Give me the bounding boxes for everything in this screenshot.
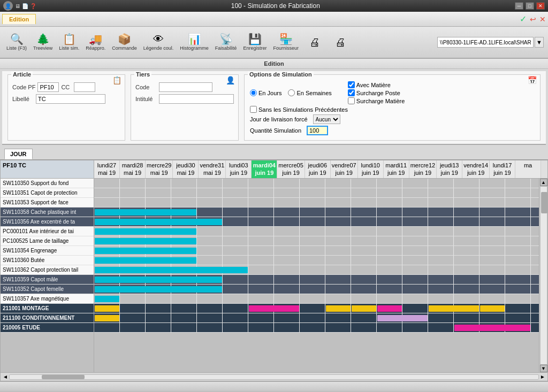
- gantt-cell: [274, 294, 300, 303]
- gantt-cell: [505, 188, 531, 197]
- libelle-input[interactable]: [36, 94, 105, 104]
- enregistrer-button[interactable]: 💾 Enregistrer: [241, 28, 269, 56]
- surcharge-matiere-check[interactable]: Surcharge Matière: [348, 97, 405, 104]
- treeview-button[interactable]: 🌲 Treeview: [31, 28, 55, 56]
- gantt-label-row: 210005 ETUDE: [1, 323, 94, 333]
- legende-button[interactable]: 👁 Légende coul.: [141, 28, 176, 56]
- title-bar-left: 👤 🖥 📄 ❓: [3, 1, 36, 11]
- close-button[interactable]: ✕: [536, 2, 545, 10]
- gantt-header: PF10 TC lundi27mai 19mardi28mai 19mercre…: [1, 160, 547, 179]
- gantt-cell: [351, 227, 377, 236]
- gantt-label-row: SW110357 Axe magnétique: [1, 294, 94, 304]
- gantt-cell: [223, 207, 248, 217]
- quantite-sim-label: Quantité Simulation: [250, 127, 301, 134]
- gantt-bar: [95, 257, 196, 264]
- gantt-cell: [480, 207, 505, 217]
- gantt-cell: [171, 198, 197, 207]
- histogramme-button[interactable]: 📊 Histogramme: [178, 28, 211, 56]
- article-section: Article 📋 Code PF CC Libellé: [7, 74, 125, 141]
- faisabilite-button[interactable]: 📡 Faisabilité: [213, 28, 239, 56]
- fournisseur-label: Fournisseur: [273, 45, 299, 51]
- gantt-chart-row: [94, 256, 539, 265]
- gantt-cell: [428, 246, 454, 255]
- gantt-cell: [428, 207, 454, 217]
- horizontal-scrollbar[interactable]: ◄ ►: [1, 372, 547, 381]
- tab-jour[interactable]: JOUR: [4, 149, 33, 159]
- scroll-down-arrow[interactable]: ▼: [540, 365, 547, 372]
- fournisseur-button[interactable]: 🏪 Fournisseur: [271, 28, 301, 56]
- scroll-up-arrow[interactable]: ▲: [540, 179, 547, 186]
- code-tiers-input[interactable]: [159, 82, 212, 92]
- scroll-right-arrow[interactable]: ►: [540, 374, 545, 380]
- surcharge-poste-check[interactable]: Surcharge Poste: [348, 89, 405, 96]
- gantt-cell: [223, 294, 248, 303]
- edition-tab[interactable]: Edition: [2, 14, 36, 24]
- en-jours-radio[interactable]: En Jours: [250, 89, 281, 96]
- liste-button[interactable]: 🔍 Liste (F3): [4, 28, 29, 56]
- date-cell-mardi11: mardi11juin 19: [384, 160, 409, 178]
- vertical-scrollbar[interactable]: ▲ ▼: [539, 179, 547, 372]
- gantt-cell: [300, 207, 325, 217]
- undo-icon[interactable]: ↩: [530, 15, 536, 24]
- gantt-cell: [171, 313, 197, 322]
- gantt-cell: [197, 256, 223, 265]
- commande-button[interactable]: 📦 Commande: [110, 28, 139, 56]
- gantt-cell: [377, 285, 402, 294]
- gantt-cell: [402, 285, 428, 294]
- gantt-cell: [325, 236, 351, 245]
- quantite-sim-input[interactable]: [307, 126, 328, 135]
- gantt-cell: [505, 246, 531, 255]
- reappro-button[interactable]: 🚚 Réappro.: [83, 28, 108, 56]
- scroll-thumb[interactable]: [541, 192, 547, 213]
- sans-sim-check[interactable]: Sans les Simulations Précédentes: [250, 106, 348, 113]
- gantt-cell: [351, 179, 377, 188]
- path-dropdown[interactable]: ▼: [535, 37, 544, 48]
- main-content: Edition Article 📋 Code PF CC Libellé: [0, 59, 548, 391]
- gantt-label-row: PC000101 Axe intérieur de tai: [1, 227, 94, 236]
- intitule-input[interactable]: [159, 94, 234, 104]
- maximize-button[interactable]: □: [526, 2, 534, 10]
- minimize-button[interactable]: ─: [515, 2, 523, 10]
- en-semaines-radio[interactable]: En Semaines: [288, 89, 331, 96]
- gantt-cell: [480, 217, 505, 226]
- gantt-cell: [325, 256, 351, 265]
- gantt-cell: [377, 294, 402, 303]
- scroll-h-track[interactable]: [9, 374, 539, 380]
- gantt-cell: [428, 227, 454, 236]
- jour-livraison-label: Jour de livraison forcé: [250, 116, 308, 122]
- gantt-label-row: SW110352 Capot femelle: [1, 285, 94, 294]
- path-input[interactable]: [437, 37, 534, 48]
- date-cell-mercre29: mercre29mai 19: [146, 160, 173, 178]
- commande-icon: 📦: [118, 34, 131, 44]
- gantt-bar: [95, 238, 196, 244]
- options-icon: 📅: [528, 76, 537, 84]
- scroll-left-arrow[interactable]: ◄: [3, 374, 8, 380]
- jour-livraison-select[interactable]: Aucun: [313, 114, 340, 124]
- gantt-cell: [248, 188, 274, 197]
- gantt-cell: [351, 207, 377, 217]
- confirm-icon[interactable]: ✓: [520, 14, 527, 24]
- close-action-icon[interactable]: ✕: [539, 15, 546, 24]
- gantt-cell: [402, 256, 428, 265]
- print1-button[interactable]: 🖨: [303, 28, 326, 56]
- print2-button[interactable]: 🖨: [329, 28, 352, 56]
- code-pf-row: Code PF CC: [12, 82, 120, 92]
- gantt-chart-row: [94, 313, 539, 323]
- gantt-chart: [94, 179, 539, 372]
- gantt-cell: [197, 198, 223, 207]
- gantt-cell: [223, 198, 248, 207]
- window-title: 100 - Simulation de Fabrication: [36, 2, 515, 10]
- avec-matiere-check[interactable]: Avec Matière: [348, 81, 405, 88]
- cc-input[interactable]: [74, 82, 95, 92]
- gantt-cell: [274, 236, 300, 245]
- liste-sim-button[interactable]: 📋 Liste sim.: [57, 28, 81, 56]
- gantt-cell: [274, 275, 300, 284]
- article-section-title: Article: [11, 71, 33, 78]
- scroll-track[interactable]: [540, 186, 547, 365]
- gantt-cell: [351, 265, 377, 274]
- gantt-bar: [377, 305, 402, 312]
- code-pf-input[interactable]: [37, 82, 59, 92]
- gantt-cell: [146, 179, 171, 188]
- gantt-cell: [274, 179, 300, 188]
- gantt-cell: [300, 304, 325, 313]
